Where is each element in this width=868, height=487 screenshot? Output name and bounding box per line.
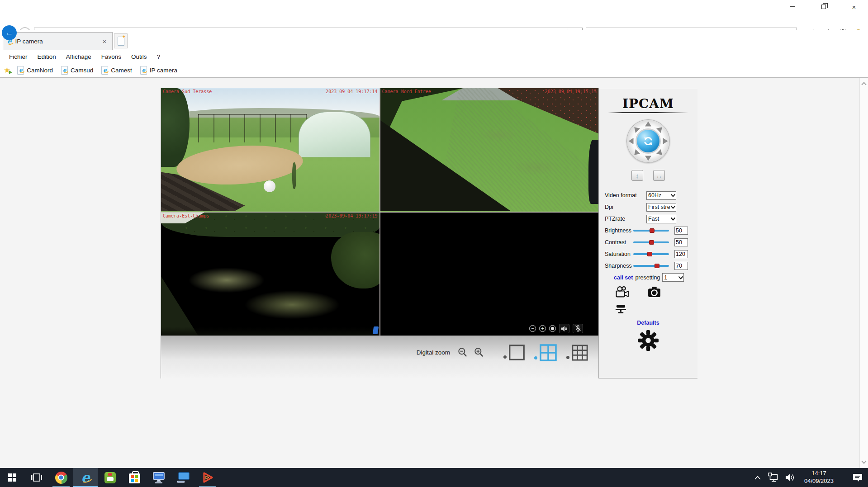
dot-icon: [534, 356, 537, 359]
microphone-muted-icon: [575, 325, 581, 332]
record-button[interactable]: [549, 325, 556, 332]
taskbar-store-button[interactable]: [122, 468, 147, 487]
microsoft-store-icon: [129, 473, 140, 483]
taskbar-this-pc-button[interactable]: [171, 468, 195, 487]
menu-favoris[interactable]: Favoris: [96, 53, 126, 60]
ptz-up-arrow[interactable]: [645, 122, 651, 127]
tray-overflow-button[interactable]: [752, 468, 764, 487]
vertical-patrol-button[interactable]: ↕: [631, 170, 643, 181]
saturation-value-input[interactable]: [674, 250, 688, 258]
favorite-camsud[interactable]: eCamsud: [58, 66, 96, 75]
ptz-center-button[interactable]: [636, 128, 661, 154]
video-format-select[interactable]: 60Hz: [646, 191, 676, 200]
start-button[interactable]: [0, 468, 24, 487]
task-view-icon: [31, 472, 43, 483]
camera-feed-sud-terasse[interactable]: Camera-Sud-Terasse 2023-09-04 19:17:14: [161, 88, 379, 212]
minimize-button[interactable]: [782, 0, 802, 14]
favorite-ip-camera[interactable]: eIP camera: [137, 66, 180, 75]
bluestacks-icon: [104, 472, 116, 483]
ptz-down-right-arrow[interactable]: [656, 149, 664, 157]
ptzrate-select[interactable]: Fast: [646, 215, 676, 223]
menu-fichier[interactable]: Fichier: [4, 53, 33, 60]
snapshot-button[interactable]: [647, 285, 661, 298]
ptz-down-left-arrow[interactable]: [632, 149, 640, 157]
taskbar-chrome-button[interactable]: [49, 468, 73, 487]
restore-button[interactable]: [813, 0, 834, 14]
contrast-value-input[interactable]: [674, 238, 688, 246]
layout-single-button[interactable]: [503, 344, 525, 361]
taskbar-clock[interactable]: 14:17 04/09/2023: [801, 470, 837, 485]
action-center-button[interactable]: [852, 468, 863, 487]
taskbar-bluestacks-button[interactable]: [98, 468, 122, 487]
ptz-down-arrow[interactable]: [645, 156, 651, 161]
page-scrollbar[interactable]: [859, 78, 868, 468]
scroll-up-icon[interactable]: [861, 81, 867, 86]
storage-row: [599, 303, 697, 314]
ptz-left-arrow[interactable]: [629, 138, 634, 144]
ptz-right-arrow[interactable]: [663, 138, 668, 144]
add-favorite-button[interactable]: ★: [4, 66, 10, 75]
preset-select[interactable]: 1: [662, 273, 684, 282]
layout-nine-button[interactable]: [566, 344, 588, 361]
zoom-in-button[interactable]: [474, 347, 484, 358]
network-button[interactable]: [768, 468, 780, 487]
slider-thumb[interactable]: [650, 228, 655, 233]
volume-down-button[interactable]: −: [529, 325, 536, 332]
task-view-button[interactable]: [24, 468, 49, 487]
horizontal-patrol-button[interactable]: ↔: [653, 170, 665, 181]
presetting-label: presetting: [635, 274, 660, 281]
close-icon: ×: [852, 4, 856, 10]
clock-time: 14:17: [804, 470, 834, 478]
chevron-up-icon: [754, 475, 761, 480]
sharpness-slider[interactable]: [633, 265, 669, 267]
camera-feed-empty[interactable]: − +: [380, 213, 599, 336]
volume-up-button[interactable]: +: [539, 325, 546, 332]
scroll-down-icon[interactable]: [861, 460, 867, 464]
camera-feed-est-champs[interactable]: Camera-Est-Champs 2023-09-04 19:17:19: [161, 213, 379, 336]
contrast-slider[interactable]: [633, 241, 669, 243]
chrome-icon: [55, 472, 67, 484]
volume-button[interactable]: [784, 468, 796, 487]
menu-aide[interactable]: ?: [152, 53, 166, 60]
slider-thumb[interactable]: [649, 240, 654, 245]
screen: { "window": {"app": "Internet Explorer"}…: [0, 0, 868, 487]
brightness-slider[interactable]: [633, 230, 669, 232]
notification-icon: [852, 473, 863, 482]
back-button[interactable]: ←: [2, 25, 17, 40]
defaults-link[interactable]: Defaults: [637, 320, 659, 326]
windows-logo-icon: [8, 473, 16, 482]
menu-affichage[interactable]: Affichage: [61, 53, 96, 60]
new-tab-button[interactable]: ✦: [114, 33, 128, 48]
zoom-out-icon: [457, 347, 468, 358]
device-settings-button[interactable]: [638, 330, 659, 351]
microphone-mute-button[interactable]: [573, 324, 583, 333]
chevron-down-icon: [670, 217, 676, 221]
tab-ip-camera[interactable]: e IP camera ×: [3, 32, 113, 50]
close-button[interactable]: ×: [844, 0, 864, 14]
taskbar-remote-desktop-button[interactable]: [147, 468, 171, 487]
settings-rows: Video format 60Hz Dpi First strea PTZrat…: [599, 191, 697, 270]
brightness-value-input[interactable]: [674, 227, 688, 235]
tab-close-icon[interactable]: ×: [101, 38, 108, 45]
slider-thumb[interactable]: [647, 252, 652, 256]
camera-feed-nord-entree[interactable]: Camera-Nord-Entree 2023-09-04 19:17:15: [380, 88, 599, 212]
taskbar-internet-explorer-button[interactable]: e: [73, 468, 98, 487]
storage-button[interactable]: [615, 303, 697, 314]
ptz-up-right-arrow[interactable]: [656, 125, 664, 133]
sharpness-value-input[interactable]: [674, 262, 688, 270]
record-video-button[interactable]: [615, 286, 629, 298]
saturation-slider[interactable]: [633, 253, 669, 255]
layout-quad-button[interactable]: [534, 344, 557, 362]
speaker-mute-button[interactable]: [559, 324, 569, 333]
favorite-camest[interactable]: eCamest: [98, 66, 135, 75]
zoom-out-button[interactable]: [457, 347, 468, 358]
menu-outils[interactable]: Outils: [126, 53, 152, 60]
layout-quad-icon: [539, 344, 557, 362]
favorite-camnord[interactable]: eCamNord: [14, 66, 56, 75]
taskbar-red-app-button[interactable]: [195, 468, 220, 487]
restore-icon: [821, 5, 826, 9]
call-set-link[interactable]: call set: [614, 274, 633, 281]
menu-edition[interactable]: Edition: [33, 53, 61, 60]
dpi-select[interactable]: First strea: [646, 203, 676, 212]
slider-thumb[interactable]: [655, 264, 659, 268]
